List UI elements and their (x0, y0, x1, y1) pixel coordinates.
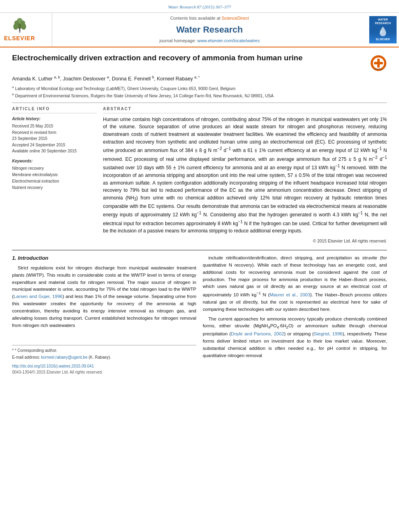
ref-maurer[interactable]: Maurer et al., 2003 (269, 292, 310, 297)
history-revised-label: Received in revised form (12, 129, 97, 136)
corresponding-author-note: * * Corresponding author. (12, 348, 196, 354)
keyword-nutrient: Nutrient recovery (12, 185, 97, 191)
intro-left-col: 1. Introduction Strict regulations exist… (12, 255, 196, 375)
wr-elsevier-text: ELSEVIER (376, 38, 390, 41)
sup-b: b (12, 92, 14, 96)
ref-larsen[interactable]: Larsen and Gujer, 1996 (14, 294, 63, 299)
history-label: Article history: (12, 116, 97, 122)
ref-siegrist[interactable]: Siegrist, 1996 (314, 331, 342, 336)
copyright-line: © 2015 Elsevier Ltd. All rights reserved… (103, 238, 387, 244)
authors-line: Amanda K. Luther a, b, Joachim Desloover… (12, 75, 387, 82)
svg-point-6 (21, 21, 25, 25)
svg-text:CrossMark: CrossMark (374, 68, 383, 70)
affil-sup-a: a, b (54, 75, 60, 79)
top-section-divider (12, 103, 387, 103)
keyword-membrane: Membrane electrodialysis (12, 172, 97, 178)
svg-rect-8 (19, 29, 20, 30)
intro-section-title: 1. Introduction (12, 255, 196, 262)
journal-title: Water Research (176, 23, 243, 36)
water-research-logo: WATERRESEARCH ELSEVIER (367, 13, 399, 47)
history-accepted: Accepted 24 September 2015 (12, 142, 97, 148)
homepage-line: journal homepage: www.elsevier.com/locat… (159, 38, 259, 44)
abstract-text: Human urine contains high concentrations… (103, 116, 387, 235)
history-online: Available online 30 September 2015 (12, 148, 97, 154)
article-title: Electrochemically driven extraction and … (12, 53, 365, 63)
elsevier-logo-box: ELSEVIER (0, 13, 52, 47)
main-content: Electrochemically driven extraction and … (0, 47, 399, 380)
wr-logo-top-text: WATERRESEARCH (375, 18, 391, 25)
article-title-section: Electrochemically driven extraction and … (12, 53, 387, 72)
water-drop-icon (378, 26, 388, 37)
article-history: Article history: Received 25 May 2015 Re… (12, 116, 97, 154)
worth-text: worth (319, 212, 331, 218)
contents-available-text: Contents lists available at ScienceDirec… (170, 15, 249, 22)
history-revised-date: 23 September 2015 (12, 136, 97, 142)
history-received: Received 25 May 2015 (12, 123, 97, 129)
introduction-section: 1. Introduction Strict regulations exist… (12, 255, 387, 375)
journal-center: Contents lists available at ScienceDirec… (52, 13, 367, 47)
elsevier-header: ELSEVIER Contents lists available at Sci… (0, 13, 399, 47)
svg-point-5 (14, 21, 19, 25)
abstract-col: ABSTRACT Human urine contains high conce… (103, 106, 387, 244)
crossmark-badge: CrossMark (365, 53, 387, 72)
article-info-col: ARTICLE INFO Article history: Received 2… (12, 106, 97, 244)
issn-line: 0043-1354/© 2015 Elsevier Ltd. All right… (12, 370, 196, 376)
lower-divider (12, 250, 387, 251)
elsevier-logo: ELSEVIER (4, 17, 35, 42)
intro-right-text: include nitrification/denitrification, d… (203, 255, 387, 359)
affiliation-a: a Laboratory of Microbial Ecology and Te… (12, 85, 387, 91)
doi-line[interactable]: http://dx.doi.org/10.1016/j.watres.2015.… (12, 364, 196, 370)
journal-reference-bar: Water Research 87 (2015) 367–377 (0, 0, 399, 13)
intro-left-text: Strict regulations exist for nitrogen di… (12, 265, 196, 329)
article-info-heading: ARTICLE INFO (12, 106, 97, 113)
elsevier-tree-icon (10, 17, 30, 33)
journal-ref-text: Water Research 87 (2015) 367–377 (168, 4, 231, 9)
footnotes-area: * * Corresponding author. E-mail address… (12, 345, 196, 375)
abstract-heading: ABSTRACT (103, 106, 387, 113)
affil-sup-a2: a (107, 75, 109, 79)
homepage-url[interactable]: www.elsevier.com/locate/watres (197, 38, 259, 43)
email-note: E-mail address: korneel.rabaey@ugent.be … (12, 355, 196, 361)
keywords-section: Keywords: Nitrogen recovery Membrane ele… (12, 158, 97, 191)
svg-rect-12 (374, 62, 383, 64)
keywords-label: Keywords: (12, 158, 97, 164)
article-info-abstract-cols: ARTICLE INFO Article history: Received 2… (12, 106, 387, 244)
svg-point-7 (19, 27, 21, 29)
sciencedirect-link[interactable]: ScienceDirect (222, 16, 249, 21)
keyword-nitrogen: Nitrogen recovery (12, 165, 97, 172)
keyword-electrochem: Electrochemical extraction (12, 178, 97, 185)
affiliations: a Laboratory of Microbial Ecology and Te… (12, 85, 387, 99)
sup-a: a (12, 85, 14, 89)
ref-doyle[interactable]: Doyle and Parsons, 2002 (231, 331, 284, 336)
wr-logo-box: WATERRESEARCH ELSEVIER (369, 16, 397, 43)
intro-right-col: include nitrification/denitrification, d… (203, 255, 387, 375)
crossmark-icon: CrossMark (370, 55, 387, 72)
affil-sup-a3: a, * (194, 75, 200, 79)
email-link[interactable]: korneel.rabaey@ugent.be (41, 355, 87, 359)
elsevier-name-text: ELSEVIER (4, 34, 35, 42)
affiliation-b: b Department of Environmental Sciences, … (12, 92, 387, 99)
affil-sup-b: b (152, 75, 154, 79)
